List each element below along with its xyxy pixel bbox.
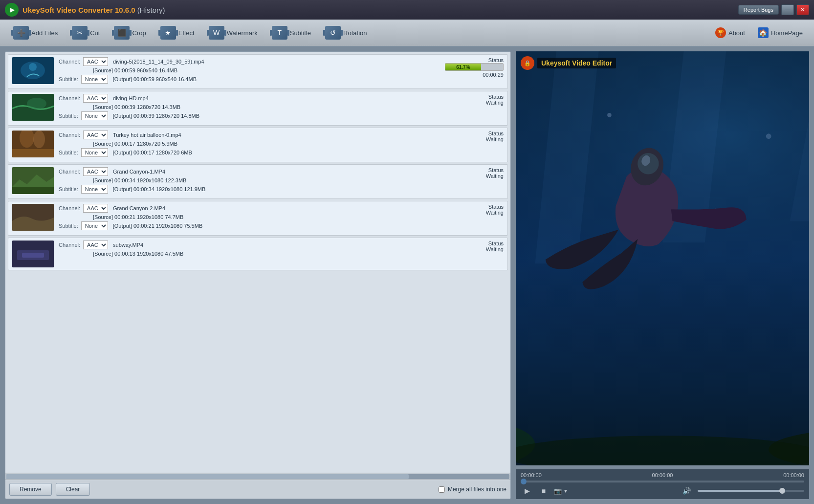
toolbar-cut[interactable]: ✂ Cut [66, 23, 106, 42]
video-frame-svg [516, 51, 809, 465]
effect-icon: ★ [160, 26, 176, 40]
file-channel-row: Channel: AAC diving-HD.mp4 [59, 94, 484, 103]
screenshot-button[interactable]: 📷 ▼ [554, 487, 568, 495]
add-files-label: Add Files [31, 29, 58, 37]
toolbar-rotation[interactable]: ↺ Rotation [319, 23, 373, 42]
branding-text: Ukeysoft Video Editor [537, 58, 616, 68]
toolbar-subtitle[interactable]: T Subtitle [266, 23, 317, 42]
file-channel-row: Channel: AAC Turkey hot air balloon-0.mp… [59, 131, 484, 139]
channel-select[interactable]: AAC [83, 167, 108, 176]
cut-icon: ✂ [72, 26, 88, 40]
svg-point-7 [33, 131, 45, 148]
volume-thumb[interactable] [779, 488, 785, 494]
about-button[interactable]: 🏆 About [711, 25, 749, 40]
file-status: Status Waiting [486, 204, 504, 216]
output-info: [Output] 00:00:21 1920x1080 75.5MB [113, 223, 202, 229]
file-channel-row: Channel: AAC diving-5(2018_11_14_09_30_5… [59, 57, 442, 66]
file-thumbnail [12, 131, 54, 157]
file-subtitle-row: Subtitle: None [Output] 00:00:34 1920x10… [59, 185, 484, 194]
output-info: [Output] 00:00:59 960x540 16.4MB [113, 76, 197, 82]
app-title: UkeySoft Video Converter 10.6.0 (History… [22, 6, 738, 14]
status-value: Waiting [486, 173, 504, 179]
clear-button[interactable]: Clear [56, 483, 90, 496]
add-files-icon: ➕ [13, 26, 29, 40]
volume-icon: 🔊 [682, 486, 691, 495]
svg-rect-14 [22, 253, 44, 258]
report-bugs-button[interactable]: Report Bugs [738, 5, 779, 15]
effect-label: Effect [178, 29, 195, 37]
output-info: [Output] 00:00:17 1280x720 6MB [113, 150, 192, 155]
merge-option: Merge all files into one [439, 486, 506, 493]
time-start: 00:00:00 [521, 472, 542, 478]
channel-select[interactable]: AAC [83, 204, 108, 213]
subtitle-select[interactable]: None [81, 111, 108, 120]
file-thumbnail [12, 167, 54, 194]
file-source-row: [Source] 00:00:21 1920x1080 74.7MB [59, 214, 484, 220]
status-label: Status [486, 94, 504, 100]
file-subtitle-row: Subtitle: None [Output] 00:00:59 960x540… [59, 75, 442, 84]
subtitle-select[interactable]: None [81, 185, 108, 194]
merge-label[interactable]: Merge all files into one [448, 486, 506, 493]
table-row: Channel: AAC diving-5(2018_11_14_09_30_5… [8, 54, 508, 89]
file-meta: Channel: AAC diving-HD.mp4 [Source] 00:0… [59, 94, 484, 120]
file-list-bottom: Remove Clear Merge all files into one [5, 480, 510, 499]
window-controls: Report Bugs — ✕ [738, 4, 809, 15]
file-status: Status Waiting [486, 167, 504, 179]
channel-select[interactable]: AAC [83, 94, 108, 103]
play-button[interactable]: ▶ [521, 485, 533, 496]
status-label: Status [486, 131, 504, 136]
file-source-row: [Source] 00:00:39 1280x720 14.3MB [59, 104, 484, 110]
file-source-row: [Source] 00:00:17 1280x720 5.9MB [59, 141, 484, 147]
source-info: [Source] 00:00:59 960x540 16.4MB [93, 67, 177, 73]
filename: diving-5(2018_11_14_09_30_59).mp4 [113, 59, 204, 65]
toolbar-add-files[interactable]: ➕ Add Files [7, 23, 64, 42]
file-source-row: [Source] 00:00:59 960x540 16.4MB [59, 67, 442, 73]
watermark-icon: W [209, 26, 224, 40]
subtitle-select[interactable]: None [81, 148, 108, 157]
status-value: Waiting [486, 246, 504, 252]
homepage-button[interactable]: 🏠 HomePage [754, 25, 807, 40]
channel-select[interactable]: AAC [83, 57, 108, 66]
merge-checkbox[interactable] [439, 486, 445, 493]
stop-button[interactable]: ■ [537, 485, 550, 496]
status-value: Waiting [486, 100, 504, 106]
source-info: [Source] 00:00:39 1280x720 14.3MB [93, 104, 180, 110]
file-status: Status Waiting [486, 131, 504, 142]
volume-slider[interactable] [698, 490, 804, 492]
toolbar-effect[interactable]: ★ Effect [154, 23, 200, 42]
camera-icon: 📷 [554, 487, 562, 495]
video-controls: 00:00:00 00:00:00 00:00:00 ▶ ■ 📷 ▼ 🔊 [516, 469, 809, 499]
progress-fill: 61.7% [445, 64, 481, 70]
source-info: [Source] 00:00:21 1920x1080 74.7MB [93, 214, 183, 220]
channel-select[interactable]: AAC [83, 131, 108, 139]
toolbar-crop[interactable]: ⬛ Crop [108, 23, 152, 42]
file-meta: Channel: AAC Grand Canyon-1.MP4 [Source]… [59, 167, 484, 194]
toolbar: ➕ Add Files ✂ Cut ⬛ Crop ★ Effect W Wate… [0, 20, 814, 46]
filename: Grand Canyon-1.MP4 [113, 169, 165, 175]
subtitle-select[interactable]: None [81, 75, 108, 84]
minimize-button[interactable]: — [781, 4, 794, 15]
status-value: Waiting [486, 136, 504, 142]
homepage-label: HomePage [771, 29, 803, 37]
file-subtitle-row: Subtitle: None [Output] 00:00:17 1280x72… [59, 148, 484, 157]
file-thumbnail [12, 204, 54, 231]
progress-thumb[interactable] [521, 479, 527, 484]
progress-track[interactable] [521, 481, 804, 482]
file-subtitle-row: Subtitle: None [Output] 00:00:21 1920x10… [59, 221, 484, 230]
output-info: [Output] 00:00:39 1280x720 14.8MB [113, 113, 199, 119]
subtitle-select[interactable]: None [81, 221, 108, 230]
rotation-label: Rotation [343, 29, 367, 37]
time-end: 00:00:00 [783, 472, 804, 478]
volume-fill [698, 490, 783, 492]
title-bar: UkeySoft Video Converter 10.6.0 (History… [0, 0, 814, 20]
homepage-icon: 🏠 [758, 27, 769, 38]
rotation-icon: ↺ [325, 26, 341, 40]
close-button[interactable]: ✕ [796, 4, 809, 15]
table-row: Channel: AAC diving-HD.mp4 [Source] 00:0… [8, 91, 508, 126]
channel-select[interactable]: AAC [83, 241, 108, 249]
time-mid: 00:00:00 [652, 472, 673, 478]
file-list-scroll[interactable]: Channel: AAC diving-5(2018_11_14_09_30_5… [5, 52, 510, 473]
source-info: [Source] 00:00:34 1920x1080 122.3MB [93, 177, 186, 183]
toolbar-watermark[interactable]: W Watermark [203, 23, 264, 42]
remove-button[interactable]: Remove [9, 483, 52, 496]
